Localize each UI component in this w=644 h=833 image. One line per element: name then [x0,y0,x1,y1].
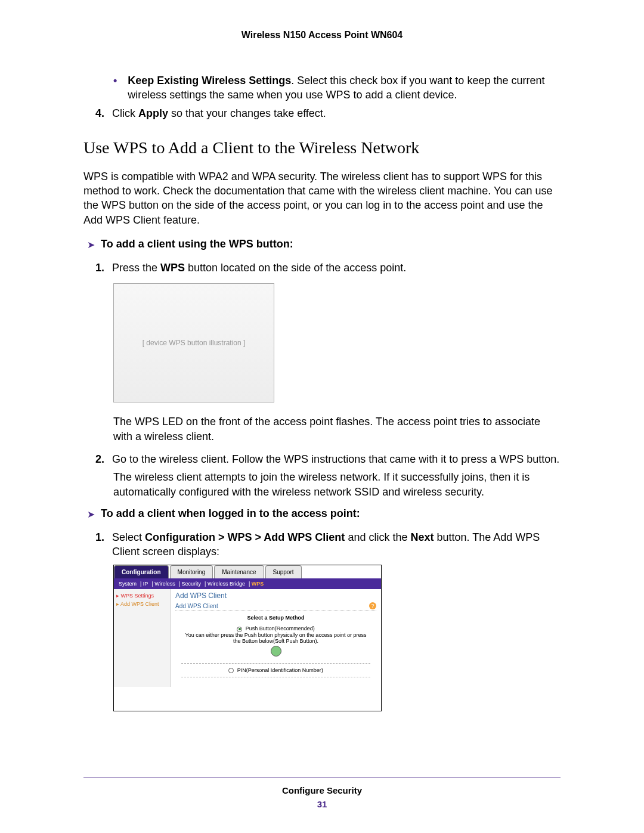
proc1-step-1: 1. Press the WPS button located on the s… [95,261,561,275]
subnav-wps: WPS [252,581,264,587]
radio-push-button [237,627,242,632]
proc1-step-2: 2. Go to the wireless client. Follow the… [95,452,561,466]
panel-subtitle: Add WPS Client [175,603,218,609]
subnav-system: System [119,581,137,587]
proc2-step-1: 1. Select Configuration > WPS > Add WPS … [95,530,561,559]
step-4: 4. Click Apply so that your changes take… [95,106,561,120]
subnav-wireless: Wireless [154,581,175,587]
procedure-2-title: To add a client when logged in to the ac… [101,507,360,520]
step-4-post: so that your changes take effect. [168,107,326,119]
soft-wps-button-icon [271,646,281,657]
page-header: Wireless N150 Access Point WN604 [83,30,561,41]
bullet-lead-bold: Keep Existing Wireless Settings [128,75,291,86]
subnav-wireless-bridge: Wireless Bridge [208,581,245,587]
arrow-icon: ➤ [87,507,95,522]
opt-push-button-desc: You can either press the Push button phy… [181,632,370,644]
subnav-ip: IP [143,581,148,587]
opt-pin: PIN(Personal Identification Number) [237,667,323,673]
proc1-step-1-pre: Press the [112,262,160,274]
proc2-step-1-bold2: Next [410,531,434,543]
radio-pin [228,668,234,673]
bullet-dot-icon: • [113,73,117,103]
proc1-step-2-after: The wireless client attempts to join the… [113,470,561,499]
procedure-2-heading: ➤ To add a client when logged in to the … [87,507,561,522]
panel-title: Add WPS Client [175,592,376,600]
proc1-step-1-bold: WPS [160,262,185,274]
setup-method-label: Select a Setup Method [247,615,304,621]
tab-maintenance: Maintenance [214,565,264,578]
proc1-step-1-number: 1. [95,261,112,275]
tab-configuration: Configuration [114,565,169,578]
side-menu: ▸ WPS Settings ▸ Add WPS Client [114,589,171,686]
proc2-step-1-bold1: Configuration > WPS > Add WPS Client [145,531,345,543]
proc2-step-1-pre: Select [112,531,145,543]
arrow-icon: ➤ [87,238,95,252]
add-wps-client-screenshot: Configuration Monitoring Maintenance Sup… [113,565,382,711]
tab-support: Support [265,565,302,578]
subnav: System| IP| Wireless| Security| Wireless… [114,578,381,589]
procedure-1-heading: ➤ To add a client using the WPS button: [87,238,561,252]
bullet-keep-settings: • Keep Existing Wireless Settings. Selec… [113,73,561,103]
proc1-step-2-text: Go to the wireless client. Follow the WP… [112,452,561,466]
subnav-security: Security [182,581,202,587]
procedure-1-title: To add a client using the WPS button: [101,238,293,250]
help-icon: ? [369,602,376,609]
side-add-wps-client: ▸ Add WPS Client [116,601,168,607]
wps-button-photo: [ device WPS button illustration ] [113,283,274,402]
proc1-step-2-number: 2. [95,452,112,466]
section-title: Use WPS to Add a Client to the Wireless … [83,138,561,157]
step-4-bold: Apply [138,107,168,119]
intro-paragraph: WPS is compatible with WPA2 and WPA secu… [83,169,561,227]
side-wps-settings: ▸ WPS Settings [116,593,168,599]
proc1-after-image-text: The WPS LED on the front of the access p… [113,414,561,444]
step-4-pre: Click [112,107,138,119]
proc1-step-1-post: button located on the side of the access… [185,262,406,274]
step-4-number: 4. [95,106,112,120]
opt-push-button: Push Button(Recommended) [246,625,315,631]
footer-title: Configure Security [0,785,644,795]
page-footer: Configure Security 31 [0,778,644,809]
footer-page-number: 31 [0,799,644,809]
proc2-step-1-number: 1. [95,530,112,559]
tab-monitoring: Monitoring [170,565,213,578]
proc2-step-1-mid: and click the [345,531,410,543]
